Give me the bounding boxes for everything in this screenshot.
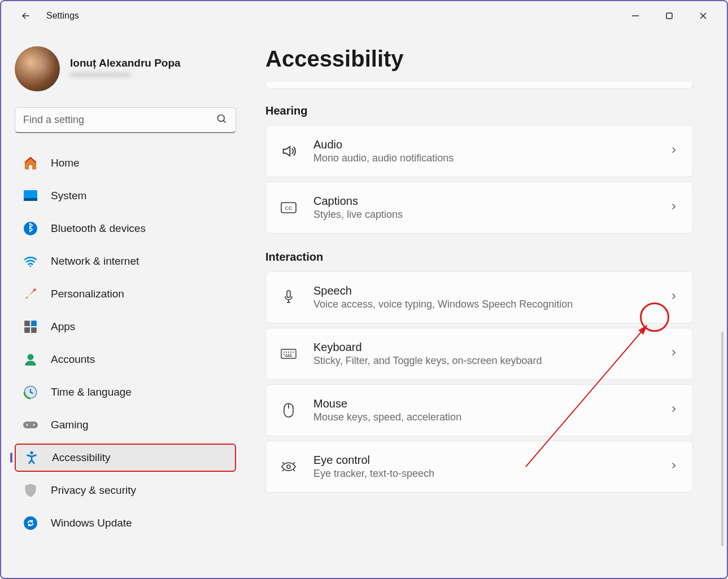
svg-point-35 [287, 465, 290, 468]
svg-rect-8 [24, 321, 30, 326]
sidebar-item-update[interactable]: Windows Update [15, 509, 236, 537]
svg-line-3 [224, 120, 226, 122]
sidebar-item-label: Accessibility [52, 451, 110, 464]
close-button[interactable] [688, 5, 718, 27]
avatar [15, 46, 60, 91]
captions-icon: CC [280, 201, 298, 214]
accessibility-icon [24, 450, 40, 466]
sidebar-item-label: Network & internet [51, 255, 139, 267]
card-desc: Sticky, Filter, and Toggle keys, on-scre… [313, 355, 669, 367]
sidebar-item-bluetooth[interactable]: Bluetooth & devices [15, 214, 236, 243]
svg-rect-21 [287, 291, 290, 297]
mouse-icon [280, 402, 298, 418]
eye-icon [280, 460, 298, 473]
card-keyboard[interactable]: Keyboard Sticky, Filter, and Toggle keys… [265, 328, 693, 380]
sidebar-item-personalization[interactable]: Personalization [15, 280, 236, 308]
chevron-right-icon [669, 291, 679, 304]
card-title: Audio [313, 138, 669, 151]
section-heading: Hearing [265, 104, 693, 117]
brush-icon [23, 286, 38, 302]
shield-icon [23, 483, 38, 498]
card-audio[interactable]: Audio Mono audio, audio notifications [265, 125, 693, 177]
chevron-right-icon [669, 404, 679, 416]
sidebar-item-label: Time & language [51, 386, 132, 398]
profile-email: •••••••••••••••••• [70, 69, 181, 81]
search-box[interactable] [15, 107, 236, 133]
card-desc: Mouse keys, speed, acceleration [313, 411, 669, 423]
sidebar-item-label: Accounts [51, 353, 95, 366]
sidebar-item-accounts[interactable]: Accounts [15, 345, 236, 374]
card-title: Captions [313, 195, 669, 208]
card-title: Eye control [313, 454, 669, 467]
chevron-right-icon [669, 145, 679, 157]
svg-rect-5 [24, 198, 37, 201]
svg-rect-11 [31, 327, 37, 333]
svg-point-16 [33, 424, 35, 426]
sidebar-item-label: Windows Update [51, 517, 132, 529]
svg-point-7 [33, 288, 36, 291]
sidebar-item-gaming[interactable]: Gaming [15, 411, 236, 439]
svg-rect-14 [23, 422, 38, 428]
home-icon [23, 155, 38, 171]
profile-name: Ionuț Alexandru Popa [70, 57, 181, 69]
section-interaction: Interaction Speech Voice access, voice t… [265, 251, 693, 493]
svg-rect-22 [281, 349, 296, 358]
card-desc: Mono audio, audio notifications [313, 152, 669, 164]
sidebar-item-label: Apps [51, 321, 75, 333]
card-speech[interactable]: Speech Voice access, voice typing, Windo… [265, 271, 693, 323]
sidebar-item-time[interactable]: Time & language [15, 378, 236, 406]
search-input[interactable] [23, 114, 216, 126]
chevron-right-icon [669, 348, 679, 360]
sidebar-item-label: Privacy & security [51, 484, 136, 497]
search-icon [216, 113, 228, 127]
svg-rect-1 [666, 13, 672, 19]
card-desc: Styles, live captions [313, 209, 669, 221]
sidebar-item-home[interactable]: Home [15, 149, 236, 177]
gamepad-icon [23, 417, 38, 433]
titlebar: Settings [1, 1, 727, 30]
microphone-icon [280, 290, 298, 305]
sidebar-item-accessibility[interactable]: Accessibility [15, 444, 236, 472]
app-title: Settings [46, 11, 79, 21]
minimize-button[interactable] [621, 5, 650, 27]
back-button[interactable] [15, 5, 37, 27]
nav-list: Home System Bluetooth & devices Network … [15, 149, 236, 537]
sidebar-item-label: Personalization [51, 288, 124, 300]
sidebar-item-apps[interactable]: Apps [15, 313, 236, 341]
profile-block[interactable]: Ionuț Alexandru Popa •••••••••••••••••• [15, 44, 236, 107]
svg-rect-9 [31, 321, 37, 326]
update-icon [23, 515, 38, 531]
chevron-right-icon [669, 460, 679, 473]
card-title: Speech [313, 284, 669, 297]
card-captions[interactable]: CC Captions Styles, live captions [265, 182, 693, 234]
card-desc: Voice access, voice typing, Windows Spee… [313, 299, 669, 310]
sidebar-item-label: Bluetooth & devices [51, 222, 146, 235]
speaker-icon [280, 143, 298, 159]
sidebar-item-label: Home [51, 157, 80, 169]
person-icon [23, 352, 38, 367]
svg-point-2 [218, 115, 225, 121]
card-title: Keyboard [313, 341, 669, 354]
svg-point-18 [24, 516, 37, 530]
sidebar-item-system[interactable]: System [15, 182, 236, 210]
svg-text:CC: CC [285, 205, 293, 211]
sidebar-item-privacy[interactable]: Privacy & security [15, 476, 236, 505]
sidebar-item-network[interactable]: Network & internet [15, 247, 236, 275]
svg-point-17 [30, 451, 33, 454]
wifi-icon [23, 253, 38, 269]
keyboard-icon [280, 348, 298, 360]
page-title: Accessibility [265, 46, 693, 72]
scrollbar[interactable] [721, 332, 723, 546]
chevron-right-icon [669, 201, 679, 214]
maximize-button[interactable] [655, 5, 684, 27]
sidebar-item-label: Gaming [51, 419, 89, 431]
apps-icon [23, 319, 38, 335]
bluetooth-icon [23, 221, 38, 236]
card-mouse[interactable]: Mouse Mouse keys, speed, acceleration [265, 384, 693, 436]
card-desc: Eye tracker, text-to-speech [313, 468, 669, 480]
svg-point-12 [28, 354, 34, 360]
svg-rect-10 [24, 327, 30, 333]
svg-point-15 [26, 424, 28, 426]
section-hearing: Hearing Audio Mono audio, audio notifica… [265, 104, 693, 234]
card-eye-control[interactable]: Eye control Eye tracker, text-to-speech [265, 441, 693, 493]
